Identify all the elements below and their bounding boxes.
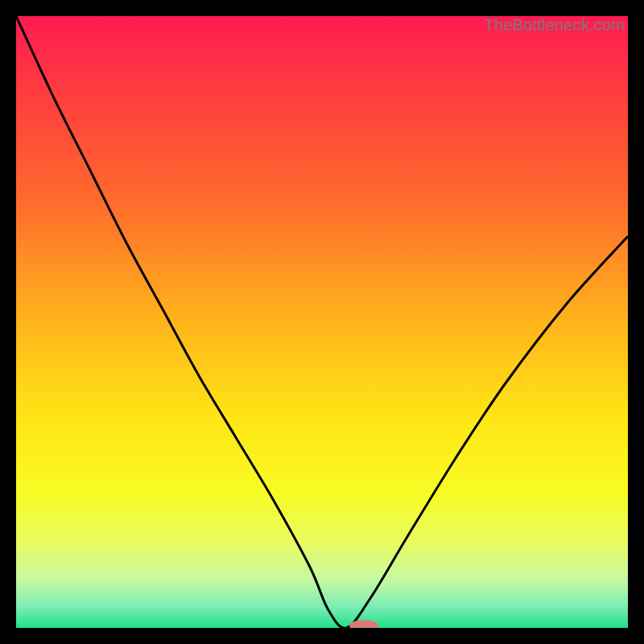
watermark-text: TheBottleneck.com xyxy=(484,16,625,35)
gradient-background xyxy=(16,16,628,628)
chart-frame: TheBottleneck.com xyxy=(16,16,628,628)
bottleneck-chart xyxy=(16,16,628,628)
